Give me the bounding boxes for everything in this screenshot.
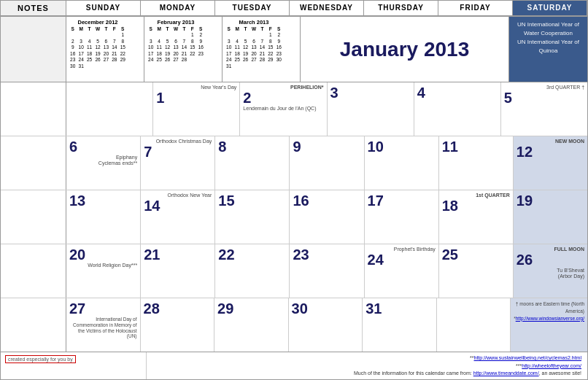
calendar-title-area: January 2013 (301, 17, 509, 82)
monday-header: MONDAY (141, 1, 215, 15)
day-cell-jan20: 20 World Religion Day*** (66, 244, 141, 298)
day-num-6: 6 (69, 139, 137, 155)
day-cell-jan16: 16 (290, 190, 364, 244)
day-cell-jan6: 6 EpiphanyCyclemas ends** (66, 136, 141, 190)
weeks-container: New Year's Day 1 PERIHELION* 2 Lendemain… (1, 82, 587, 352)
dec-dh-sa: S (119, 26, 127, 32)
footnote-3: ***http://wheeloftheyear.com/ (516, 363, 581, 368)
day-num-4: 4 (417, 85, 498, 101)
new-moon-event: NEW MOON (517, 139, 584, 144)
day-cell-jan5: 3rd QUARTER † 5 (501, 82, 587, 136)
day-cell-jan19: 19 (514, 190, 587, 244)
first-quarter-event: 1st QUARTER (442, 193, 510, 198)
prophets-birthday-event: Prophet's Birthday (368, 247, 436, 252)
day-cell-jan9: 9 (290, 136, 364, 190)
dec-dh-s: S (69, 26, 77, 32)
calendar-main-title: January 2013 (340, 38, 469, 61)
day-num-19: 19 (517, 193, 584, 209)
dec-dh-m: M (77, 26, 85, 32)
day-cell-jan10: 10 (365, 136, 439, 190)
day-num-11: 11 (442, 139, 510, 155)
wednesday-header: WEDNESDAY (290, 1, 364, 15)
tu-bishvat-event: Tu B'Shevat(Arbor Day) (517, 268, 584, 280)
day-num-30: 30 (292, 300, 360, 317)
day-cell-jan21: 21 (141, 244, 215, 298)
day-cell-jan15: 15 (215, 190, 290, 244)
day-cell-sat-empty: † moons are Eastern time (North America)… (511, 298, 587, 352)
notes-week-4 (1, 244, 66, 298)
full-moon-event: FULL MOON (517, 247, 584, 252)
header-row: NOTES SUNDAY MONDAY TUESDAY WEDNESDAY TH… (1, 1, 587, 17)
dec-dh-th: T (102, 26, 110, 32)
link-cyclemas[interactable]: http://www.sustainwellbeing.net/cyclemas… (474, 355, 581, 360)
week-row-1: New Year's Day 1 PERIHELION* 2 Lendemain… (1, 82, 587, 136)
day-cell-jan1: New Year's Day 1 (153, 82, 240, 136)
day-cell-jan26: FULL MOON 26 Tu B'Shevat(Arbor Day) (514, 244, 587, 298)
moon-footnote-1: † moons are Eastern time (North America)… (514, 300, 584, 322)
created-label: created especially for you by (5, 355, 76, 363)
day-num-27: 27 (69, 300, 137, 317)
day-num-18: 18 (442, 198, 510, 214)
week-row-2: 6 EpiphanyCyclemas ends** Orthodox Chris… (1, 136, 587, 190)
link-timeanddate[interactable]: http://www.timeanddate.com/ (473, 371, 539, 376)
day-num-24: 24 (368, 252, 436, 268)
day-cell-jan7: Orthodox Christmas Day 7 (141, 136, 215, 190)
day-cell-jan24: Prophet's Birthday 24 (365, 244, 439, 298)
info-row: December 2012 S M T W T F S 1 2345678 91… (1, 17, 587, 82)
footnote-2: **http://www.sustainwellbeing.net/cyclem… (470, 355, 581, 360)
day-cell-jan13: 13 (66, 190, 141, 244)
newyears-event: New Year's Day (156, 85, 236, 90)
day-cell-empty-sun (66, 82, 153, 136)
mar2013-title: March 2013 (225, 19, 283, 26)
holocaust-event: International Day of Commemoration in Me… (69, 317, 137, 339)
saturday-special-2: UN International Year of Quinoa (514, 38, 583, 55)
dec2012-mini-cal: December 2012 S M T W T F S 1 2345678 91… (69, 19, 127, 69)
link-wheelyear[interactable]: http://wheeloftheyear.com/ (522, 363, 581, 368)
feb2013-mini-cal: February 2013 S M T W T F S 12 3456789 1… (147, 19, 205, 63)
day-num-9: 9 (293, 139, 360, 155)
world-religion-event: World Religion Day*** (69, 263, 137, 268)
day-num-7: 7 (144, 144, 212, 160)
week-row-5: 27 International Day of Commemoration in… (1, 298, 587, 352)
day-cell-jan12: NEW MOON 12 (514, 136, 587, 190)
thursday-header: THURSDAY (364, 1, 438, 15)
footnote-4: Much of the information for this calenda… (354, 371, 581, 376)
day-cell-jan14: Orthodox New Year 14 (141, 190, 215, 244)
week-row-3: 13 Orthodox New Year 14 15 16 17 1st QUA… (1, 190, 587, 244)
dec-dh-w: W (93, 26, 101, 32)
third-quarter-event: 3rd QUARTER † (504, 85, 584, 90)
day-num-17: 17 (368, 193, 436, 209)
feb2013-grid: S M T W T F S 12 3456789 10111213141516 … (147, 26, 205, 63)
calendar-wrapper: NOTES SUNDAY MONDAY TUESDAY WEDNESDAY TH… (0, 0, 588, 380)
day-num-31: 31 (365, 300, 433, 317)
tuesday-header: TUESDAY (215, 1, 290, 15)
info-sunday-col: December 2012 S M T W T F S 1 2345678 91… (66, 17, 144, 82)
day-cell-jan3: 3 (328, 82, 414, 136)
day-num-2: 2 (243, 90, 323, 106)
notes-week-3 (1, 190, 66, 244)
day-num-25: 25 (442, 247, 510, 263)
day-num-16: 16 (293, 193, 360, 209)
week-row-4: 20 World Religion Day*** 21 22 23 Prophe… (1, 244, 587, 298)
day-num-14: 14 (144, 198, 212, 214)
info-notes-empty (1, 17, 66, 82)
day-cell-jan4: 4 (414, 82, 501, 136)
dec-dh-t: T (85, 26, 93, 32)
mar2013-mini-cal: March 2013 S M T W T F S 12 3456789 1011… (225, 19, 283, 69)
day-cell-jan22: 22 (215, 244, 290, 298)
notes-week-5 (1, 298, 66, 352)
dec2012-grid: S M T W T F S 1 2345678 9101112131415 16… (69, 26, 127, 69)
day-num-13: 13 (69, 193, 137, 209)
orthodox-new-year-event: Orthodox New Year (144, 193, 212, 198)
day-cell-jan18: 1st QUARTER 18 (439, 190, 514, 244)
day-cell-jan27: 27 International Day of Commemoration in… (66, 298, 141, 352)
day-cell-jan2: PERIHELION* 2 Lendemain du Jour de l'An … (240, 82, 327, 136)
perihelion-event: PERIHELION* (243, 85, 323, 90)
day-num-1: 1 (156, 90, 236, 106)
day-num-21: 21 (144, 247, 212, 263)
epiphany-event: EpiphanyCyclemas ends** (69, 155, 137, 167)
lendemain-event: Lendemain du Jour de l'An (QC) (243, 106, 323, 112)
info-tuesday-col: March 2013 S M T W T F S 12 3456789 1011… (223, 17, 301, 82)
orthodox-christmas-event: Orthodox Christmas Day (144, 139, 212, 144)
day-cell-jan11: 11 (439, 136, 514, 190)
